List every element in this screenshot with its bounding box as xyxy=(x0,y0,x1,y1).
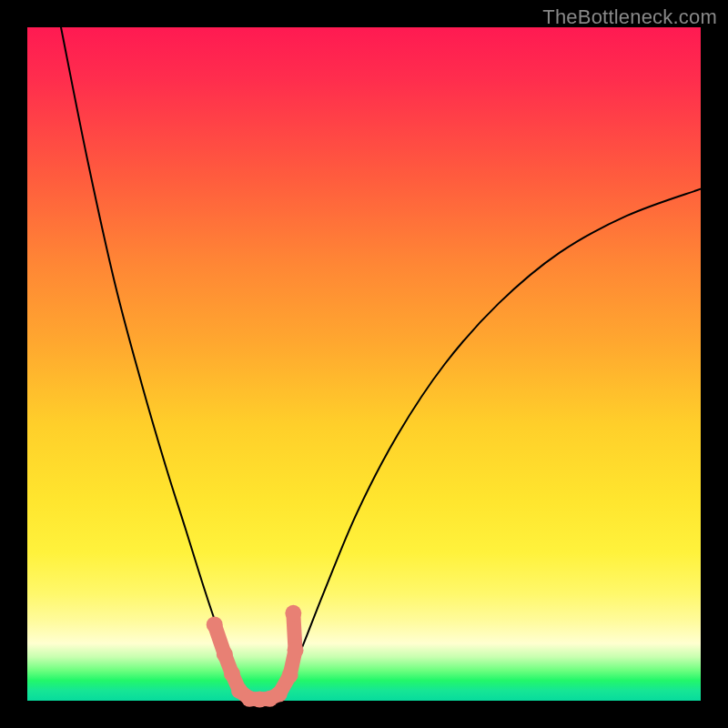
curve-left xyxy=(61,27,249,699)
marker-dot xyxy=(224,665,240,682)
marker-dot xyxy=(285,605,301,622)
watermark-text: TheBottleneck.com xyxy=(542,5,717,29)
chart-svg xyxy=(27,27,701,701)
marker-dot xyxy=(288,642,304,659)
marker-dot xyxy=(207,616,223,632)
marker-dot xyxy=(282,667,298,683)
marker-dot xyxy=(271,686,288,703)
chart-frame: TheBottleneck.com xyxy=(0,0,728,728)
curve-right xyxy=(277,189,701,699)
marker-dot xyxy=(217,646,233,662)
